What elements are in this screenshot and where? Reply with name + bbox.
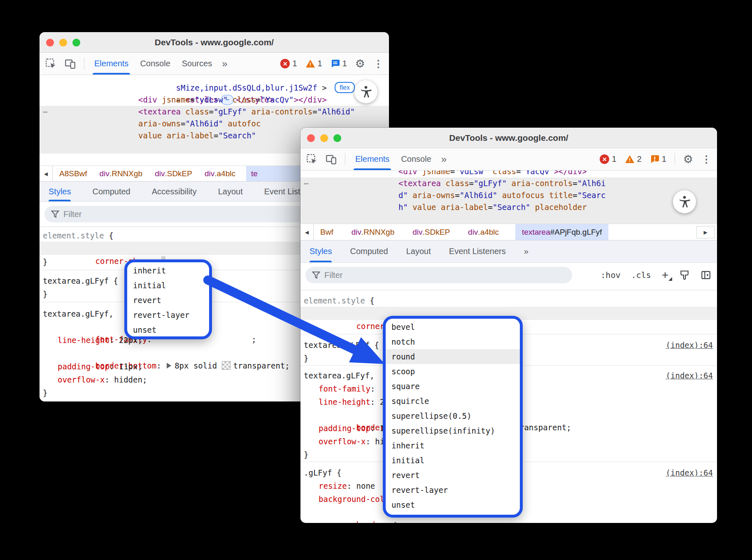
filter-input[interactable]: Filter: [305, 267, 572, 283]
tab-sources[interactable]: Sources: [180, 53, 214, 75]
rule-selector[interactable]: element.style {: [304, 294, 375, 307]
more-panel-tabs-icon[interactable]: »: [524, 240, 528, 262]
tab-console[interactable]: Console: [138, 53, 172, 75]
dom-line-selected[interactable]: [300, 213, 717, 224]
dropdown-option[interactable]: unset: [386, 497, 520, 512]
rule-selector[interactable]: .gLFyf {: [304, 467, 342, 479]
breadcrumb-item[interactable]: Bwf: [319, 224, 335, 240]
dropdown-option[interactable]: initial: [127, 278, 209, 293]
error-badge[interactable]: ✕ 1: [280, 53, 297, 75]
css-property[interactable]: font-family:: [319, 383, 380, 395]
dropdown-option[interactable]: superellipse(0.5): [386, 408, 520, 423]
tab-console[interactable]: Console: [399, 148, 433, 170]
dropdown-option[interactable]: revert-layer: [386, 483, 520, 497]
rendering-emulation-icon[interactable]: [679, 270, 690, 280]
crumb-scroll-left-button[interactable]: ◂: [300, 224, 314, 240]
crumb-scroll-left-button[interactable]: ◂: [40, 166, 53, 181]
rule-selector[interactable]: textarea.gLFyf,: [304, 369, 375, 382]
tab-accessibility[interactable]: Accessibility: [152, 182, 197, 201]
sidebar-panel-icon[interactable]: [701, 270, 711, 280]
dom-gutter-ellipsis[interactable]: ⋯: [43, 107, 48, 116]
css-property[interactable]: overflow-x: hidden;: [58, 373, 147, 386]
breadcrumb-item[interactable]: A8SBwf: [58, 166, 89, 181]
rule-selector[interactable]: textarea.gLFyf {: [43, 275, 118, 287]
dropdown-option[interactable]: scoop: [386, 364, 520, 379]
device-toolbar-icon[interactable]: [326, 148, 337, 170]
expand-value-icon[interactable]: [167, 363, 171, 369]
dom-line-selected[interactable]: <textarea class="gLFyf" aria-controls="A…: [40, 106, 389, 118]
tab-styles[interactable]: Styles: [49, 182, 71, 201]
warning-badge[interactable]: ! 1: [305, 53, 322, 75]
dropdown-option[interactable]: squircle: [386, 394, 520, 408]
dropdown-option[interactable]: revert: [386, 468, 520, 483]
tab-computed[interactable]: Computed: [92, 182, 130, 201]
close-window-button[interactable]: [46, 39, 54, 47]
breadcrumb-item-selected[interactable]: te: [246, 166, 307, 181]
dropdown-option[interactable]: round: [386, 349, 520, 364]
dropdown-option[interactable]: revert: [127, 293, 209, 308]
stylesheet-source-link[interactable]: (index):64: [666, 369, 713, 382]
dropdown-option[interactable]: initial: [386, 453, 520, 468]
dropdown-option[interactable]: square: [386, 379, 520, 394]
rule-selector[interactable]: element.style {: [43, 229, 114, 242]
error-badge[interactable]: ✕ 1: [600, 148, 616, 170]
toggle-class-button[interactable]: .cls: [631, 270, 651, 280]
css-property-editing[interactable]: corner-shape: ;: [58, 243, 170, 255]
zoom-window-button[interactable]: [333, 134, 341, 142]
tab-computed[interactable]: Computed: [350, 240, 388, 262]
dom-line-selected[interactable]: d" aria-owns="Alh6id" autofocus title="S…: [300, 189, 717, 201]
dropdown-option[interactable]: notch: [386, 334, 520, 349]
transparent-color-swatch[interactable]: [222, 361, 230, 370]
tab-styles[interactable]: Styles: [310, 240, 332, 262]
zoom-window-button[interactable]: [72, 39, 80, 47]
device-toolbar-icon[interactable]: [65, 53, 76, 75]
dom-gutter-ellipsis[interactable]: ⋯: [304, 179, 309, 188]
dom-line-selected[interactable]: <textarea class="gLFyf" aria-controls="A…: [300, 177, 717, 189]
crumb-scroll-right-button[interactable]: ▸: [696, 226, 715, 238]
dropdown-option[interactable]: revert-layer: [127, 308, 209, 322]
gear-icon[interactable]: ⚙: [355, 53, 365, 75]
breadcrumb-item[interactable]: div.SDkEP: [411, 224, 452, 240]
toggle-hover-state-button[interactable]: :hov: [601, 270, 620, 280]
css-property[interactable]: margin: 0;: [319, 519, 412, 523]
breadcrumb-item[interactable]: div.RNNXgb: [350, 224, 396, 240]
tab-layout[interactable]: Layout: [218, 182, 243, 201]
dropdown-option[interactable]: superellipse(infinity): [386, 423, 520, 438]
tab-elements[interactable]: Elements: [93, 53, 130, 75]
tab-elements[interactable]: Elements: [354, 148, 391, 170]
breadcrumb-item[interactable]: div.a4blc: [466, 224, 501, 240]
tab-event-listeners[interactable]: Event Listeners: [449, 240, 506, 262]
css-property[interactable]: resize: none: [319, 480, 375, 492]
more-tabs-icon[interactable]: »: [222, 53, 227, 75]
message-badge[interactable]: 1: [331, 53, 347, 75]
rule-selector[interactable]: textarea.gLFyf {: [304, 339, 379, 351]
css-property[interactable]: border-bottom: 8px solid transparent;: [58, 347, 290, 359]
dom-line[interactable]: ▸ <style>⋯</style>: [40, 82, 389, 94]
new-style-rule-button[interactable]: +: [662, 268, 668, 282]
inspect-element-icon[interactable]: [306, 148, 317, 170]
kebab-menu-icon[interactable]: ⋮: [373, 53, 383, 75]
minimize-window-button[interactable]: [59, 39, 67, 47]
stylesheet-source-link[interactable]: (index):64: [666, 339, 713, 351]
dom-line-selected[interactable]: h" value aria-label="Search" placeholder: [300, 201, 717, 213]
breadcrumb-item[interactable]: div.SDkEP: [153, 166, 194, 181]
breadcrumb-item[interactable]: div.RNNXgb: [98, 166, 144, 181]
close-window-button[interactable]: [307, 134, 315, 142]
inspect-element-icon[interactable]: [45, 53, 56, 75]
breadcrumb-item[interactable]: div.a4blc: [203, 166, 237, 181]
stylesheet-source-link[interactable]: (index):64: [666, 467, 713, 479]
breadcrumb-item-selected[interactable]: textarea#APjFqb.gLFyf: [515, 224, 608, 240]
dropdown-option[interactable]: unset: [127, 322, 209, 337]
issue-badge[interactable]: 1: [650, 148, 666, 170]
css-property[interactable]: padding-top: 11px;: [58, 360, 142, 373]
minimize-window-button[interactable]: [320, 134, 328, 142]
kebab-menu-icon[interactable]: ⋮: [701, 148, 711, 170]
dropdown-option[interactable]: inherit: [127, 263, 209, 278]
gear-icon[interactable]: ⚙: [683, 148, 693, 170]
dom-line[interactable]: <div jsname="vdLsw" class="YacQv"></div>: [300, 170, 717, 177]
rule-selector[interactable]: textarea.gLFyf,: [43, 308, 114, 320]
dom-line[interactable]: <div jsname="vdLsw" class="YacQv"></div>: [40, 94, 389, 106]
tab-layout[interactable]: Layout: [406, 240, 431, 262]
dropdown-option[interactable]: inherit: [386, 438, 520, 453]
more-tabs-icon[interactable]: »: [441, 148, 447, 170]
